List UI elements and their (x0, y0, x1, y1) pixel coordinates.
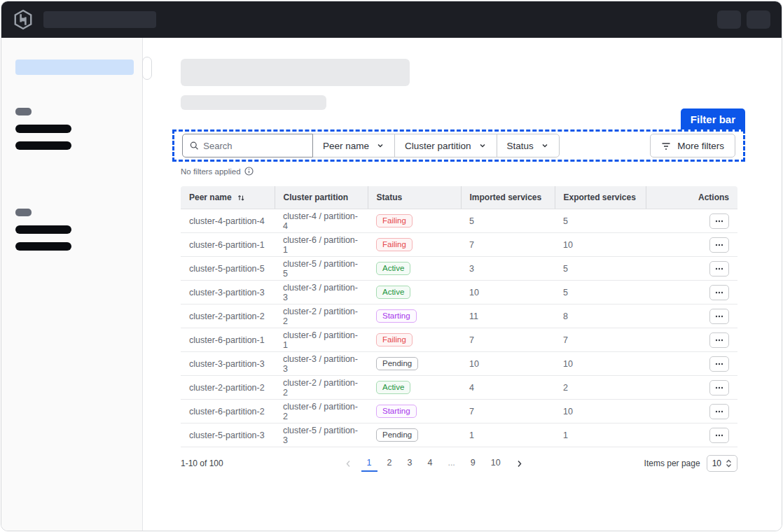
table-row: cluster-5-partition-3 cluster-5 / partit… (181, 424, 737, 447)
peer-name-filter-dropdown[interactable]: Peer name (312, 134, 395, 158)
row-actions-button[interactable] (709, 380, 729, 396)
cell-cluster-partition: cluster-3 / partition-3 (275, 281, 368, 304)
cell-peer-name: cluster-3-partition-3 (181, 281, 275, 304)
chevron-right-icon (515, 459, 524, 468)
cell-peer-name: cluster-4-partition-4 (181, 209, 275, 233)
cell-exported-services: 7 (555, 328, 646, 352)
status-filter-dropdown[interactable]: Status (497, 134, 560, 158)
info-icon[interactable] (244, 167, 254, 176)
search-input[interactable] (203, 141, 305, 151)
cell-exported-services: 1 (555, 424, 646, 447)
cell-cluster-partition: cluster-6 / partition-1 (275, 328, 368, 352)
topbar-action-skeleton (717, 10, 741, 29)
status-badge: Active (376, 262, 410, 275)
table-row: cluster-6-partition-2 cluster-6 / partit… (181, 400, 737, 424)
cell-imported-services: 5 (461, 209, 555, 233)
cell-actions (646, 328, 737, 352)
cluster-partition-filter-dropdown[interactable]: Cluster partition (394, 134, 497, 158)
topbar-action-skeleton (747, 10, 770, 29)
cell-actions (646, 400, 737, 424)
row-actions-button[interactable] (709, 261, 729, 276)
cell-cluster-partition: cluster-6 / partition-2 (275, 400, 368, 424)
next-page-button[interactable] (511, 459, 528, 468)
page-number[interactable]: 4 (422, 455, 438, 472)
cell-imported-services: 3 (461, 257, 555, 281)
column-header-actions: Actions (646, 186, 737, 209)
ellipsis-icon (715, 410, 723, 413)
filter-lines-icon (661, 141, 671, 150)
ellipsis-icon (715, 386, 723, 389)
ellipsis-icon (715, 339, 723, 342)
items-per-page-value: 10 (712, 458, 721, 468)
cell-peer-name: cluster-6-partition-2 (181, 400, 275, 424)
table-row: cluster-2-partition-2 cluster-2 / partit… (181, 376, 737, 400)
page-list: 1234...910 (361, 455, 506, 472)
items-per-page-select[interactable]: 10 (707, 455, 737, 472)
row-actions-button[interactable] (709, 237, 729, 253)
cell-status: Failing (368, 233, 461, 257)
select-caret-icon (726, 459, 732, 468)
peers-table: Peer name Cluster partition Status Impor… (181, 186, 737, 447)
cell-imported-services: 4 (461, 376, 555, 400)
pagination-pages: 1234...910 (223, 455, 644, 472)
cell-imported-services: 7 (461, 328, 555, 352)
row-actions-button[interactable] (709, 404, 729, 419)
sidebar-section-label-skeleton (15, 209, 32, 216)
table-header-row: Peer name Cluster partition Status Impor… (181, 186, 737, 209)
cell-actions (646, 304, 737, 328)
filter-bar-annotation-label: Filter bar (681, 108, 745, 130)
page-number[interactable]: 10 (485, 455, 506, 472)
row-actions-button[interactable] (709, 356, 729, 372)
status-badge: Pending (376, 357, 418, 370)
cell-cluster-partition: cluster-2 / partition-2 (275, 304, 368, 328)
cell-exported-services: 10 (555, 352, 646, 376)
row-actions-button[interactable] (709, 309, 729, 324)
cell-imported-services: 10 (461, 281, 555, 304)
sort-arrows-icon (237, 193, 245, 202)
search-field[interactable] (182, 134, 313, 158)
status-badge: Starting (376, 309, 417, 323)
cell-imported-services: 11 (461, 304, 555, 328)
topbar-search-skeleton (43, 11, 156, 28)
table-row: cluster-3-partition-3 cluster-3 / partit… (181, 352, 737, 376)
row-actions-button[interactable] (709, 285, 729, 300)
cell-actions (646, 281, 737, 304)
page-number[interactable]: 3 (402, 455, 418, 472)
ellipsis-icon (715, 363, 723, 365)
more-filters-button[interactable]: More filters (650, 134, 735, 158)
page-number[interactable]: 1 (361, 455, 377, 472)
column-header-cluster-partition: Cluster partition (275, 186, 368, 209)
previous-page-button[interactable] (340, 459, 357, 468)
cell-exported-services: 5 (555, 281, 646, 304)
top-navigation-bar (1, 1, 782, 38)
table-row: cluster-2-partition-2 cluster-2 / partit… (181, 304, 737, 328)
cell-status: Pending (368, 352, 461, 376)
row-actions-button[interactable] (709, 332, 729, 348)
row-actions-button[interactable] (709, 214, 729, 229)
cell-cluster-partition: cluster-3 / partition-3 (275, 352, 368, 376)
sidebar-collapse-handle[interactable] (142, 57, 152, 80)
main-content: Filter bar Peer name (143, 38, 782, 531)
ellipsis-icon (715, 220, 723, 223)
cell-actions (646, 257, 737, 281)
cell-status: Starting (368, 400, 461, 424)
page-number[interactable]: 9 (465, 455, 481, 472)
status-badge: Pending (376, 428, 418, 442)
cell-exported-services: 2 (555, 376, 646, 400)
dropdown-label: Cluster partition (405, 141, 471, 151)
sidebar-item-skeleton (15, 242, 71, 251)
applied-filters-text: No filters applied (181, 167, 241, 176)
pagination-range: 1-10 of 100 (181, 458, 223, 468)
row-actions-button[interactable] (709, 428, 729, 443)
cell-peer-name: cluster-6-partition-1 (181, 233, 275, 257)
cell-status: Active (368, 257, 461, 281)
page-number[interactable]: 2 (382, 455, 398, 472)
cell-peer-name: cluster-6-partition-1 (181, 328, 275, 352)
column-header-peer-name[interactable]: Peer name (181, 186, 275, 209)
table-body: cluster-4-partition-4 cluster-4 / partit… (181, 209, 737, 447)
ellipsis-icon (715, 244, 723, 246)
cell-cluster-partition: cluster-2 / partition-2 (275, 376, 368, 400)
sidebar-item-skeleton (15, 125, 71, 133)
more-filters-label: More filters (677, 141, 724, 151)
cell-peer-name: cluster-2-partition-2 (181, 304, 275, 328)
